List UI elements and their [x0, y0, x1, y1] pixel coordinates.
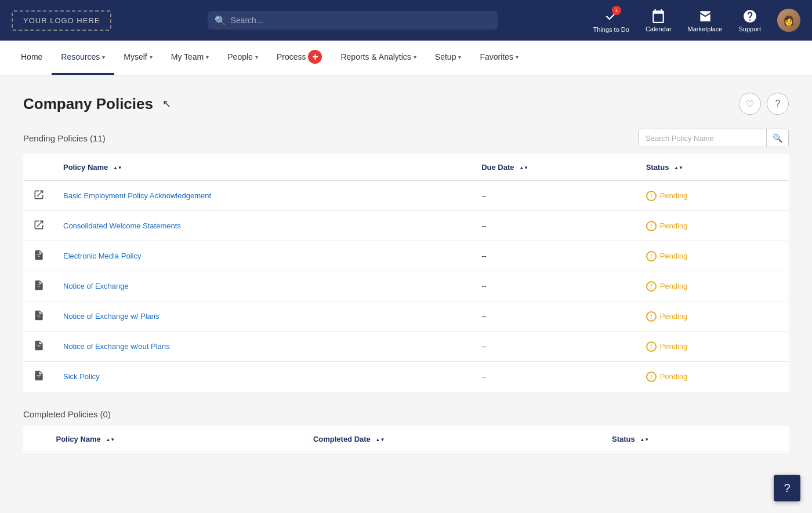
nav-resources[interactable]: Resources ▾: [52, 41, 114, 75]
pending-status-icon: !: [646, 311, 657, 322]
pending-status-icon: !: [646, 372, 657, 382]
due-date-header[interactable]: Due Date ▲▼: [472, 155, 636, 181]
row-icon-cell: [24, 301, 55, 332]
icon-col-header: [24, 155, 55, 181]
row-status: ! Pending: [637, 241, 789, 271]
people-arrow: ▾: [255, 54, 258, 60]
table-row: Electronic Media Policy -- ! Pending: [24, 241, 789, 271]
status-label: Pending: [660, 282, 688, 290]
pending-policies-table: Policy Name ▲▼ Due Date ▲▼ Status ▲▼ Bas…: [23, 154, 789, 392]
search-policy-wrap: 🔍: [638, 129, 789, 147]
policy-name-sort-icon: ▲▼: [113, 165, 122, 170]
row-policy-name: Notice of Exchange: [54, 271, 472, 301]
policy-name-header[interactable]: Policy Name ▲▼: [54, 155, 472, 181]
page-header: Company Policies ↖ ♡ ?: [23, 93, 789, 115]
policy-name-link[interactable]: Sick Policy: [63, 372, 100, 381]
avatar[interactable]: 👩: [777, 9, 800, 32]
row-due-date: --: [472, 241, 636, 271]
myself-arrow: ▾: [150, 54, 153, 60]
pdf-icon: [33, 284, 45, 293]
policy-name-link[interactable]: Electronic Media Policy: [63, 252, 141, 260]
completed-policy-name-header[interactable]: Policy Name ▲▼: [47, 427, 304, 453]
favorite-button[interactable]: ♡: [739, 93, 761, 115]
status-label: Pending: [660, 252, 688, 260]
row-policy-name: Basic Employment Policy Acknowledgement: [54, 180, 472, 211]
page-title: Company Policies: [23, 95, 153, 113]
nav-favorites[interactable]: Favorites ▾: [470, 41, 528, 75]
table-row: Notice of Exchange w/ Plans -- ! Pending: [24, 301, 789, 332]
completed-date-sort-icon: ▲▼: [375, 437, 385, 442]
row-icon-cell: [24, 362, 55, 392]
marketplace-button[interactable]: Marketplace: [688, 9, 723, 32]
row-policy-name: Sick Policy: [54, 362, 472, 392]
my-team-arrow: ▾: [206, 54, 209, 60]
completed-status-sort-icon: ▲▼: [640, 437, 649, 442]
search-policy-input[interactable]: [639, 130, 766, 147]
nav-people[interactable]: People ▾: [218, 41, 267, 75]
table-row: Basic Employment Policy Acknowledgement …: [24, 180, 789, 211]
things-to-do-badge: 1: [612, 6, 621, 15]
row-due-date: --: [472, 362, 636, 392]
calendar-button[interactable]: Calendar: [646, 9, 672, 32]
table-row: Notice of Exchange w/out Plans -- ! Pend…: [24, 332, 789, 362]
status-label: Pending: [660, 221, 688, 230]
nav-setup[interactable]: Setup ▾: [426, 41, 471, 75]
help-button[interactable]: ?: [767, 93, 789, 115]
nav-home[interactable]: Home: [12, 41, 52, 75]
policy-name-link[interactable]: Notice of Exchange w/out Plans: [63, 342, 170, 351]
policy-name-link[interactable]: Basic Employment Policy Acknowledgement: [63, 191, 211, 200]
pending-status-icon: !: [646, 191, 657, 201]
main-nav-items: Home Resources ▾ Myself ▾ My Team ▾ Peop…: [12, 41, 528, 75]
pdf-icon: [33, 254, 45, 263]
policy-name-link[interactable]: Consolidated Welcome Statements: [63, 221, 181, 230]
pdf-icon: [33, 374, 45, 383]
support-button[interactable]: Support: [738, 9, 761, 32]
nav-myself[interactable]: Myself ▾: [114, 41, 161, 75]
row-status: ! Pending: [637, 332, 789, 362]
search-policy-button[interactable]: 🔍: [766, 129, 788, 147]
pending-section: Pending Policies (11) 🔍 Policy Name ▲▼ D…: [23, 129, 789, 392]
header-actions: ♡ ?: [739, 93, 789, 115]
support-icon: [742, 9, 757, 24]
status-header[interactable]: Status ▲▼: [637, 155, 789, 181]
policy-name-link[interactable]: Notice of Exchange: [63, 282, 129, 290]
avatar-image: 👩: [777, 9, 800, 32]
things-to-do-label: Things to Do: [593, 26, 629, 33]
completed-section-header: Completed Policies (0): [23, 409, 789, 419]
completed-table-head: Policy Name ▲▼ Completed Date ▲▼ Status …: [24, 427, 789, 453]
completed-icon-col-header: [24, 427, 47, 453]
completed-status-header[interactable]: Status ▲▼: [603, 427, 789, 453]
things-to-do-button[interactable]: 1 Things to Do: [593, 8, 629, 33]
completed-policies-table: Policy Name ▲▼ Completed Date ▲▼ Status …: [23, 426, 789, 453]
pending-status-icon: !: [646, 251, 657, 261]
row-policy-name: Notice of Exchange w/ Plans: [54, 301, 472, 332]
policy-name-link[interactable]: Notice of Exchange w/ Plans: [63, 312, 159, 321]
search-icon: 🔍: [215, 15, 226, 26]
row-status: ! Pending: [637, 301, 789, 332]
calendar-icon: [651, 9, 666, 24]
row-status: ! Pending: [637, 180, 789, 211]
row-due-date: --: [472, 271, 636, 301]
row-icon-cell: [24, 180, 55, 211]
nav-reports[interactable]: Reports & Analytics ▾: [331, 41, 425, 75]
favorites-arrow: ▾: [516, 54, 519, 60]
status-label: Pending: [660, 342, 688, 351]
main-nav: Home Resources ▾ Myself ▾ My Team ▾ Peop…: [0, 41, 812, 75]
row-due-date: --: [472, 332, 636, 362]
completed-date-header[interactable]: Completed Date ▲▼: [304, 427, 603, 453]
status-label: Pending: [660, 191, 688, 200]
nav-process[interactable]: Process +: [267, 41, 332, 75]
row-due-date: --: [472, 180, 636, 211]
pending-status-icon: !: [646, 281, 657, 292]
due-date-sort-icon: ▲▼: [519, 165, 528, 170]
row-due-date: --: [472, 211, 636, 241]
resources-arrow: ▾: [102, 54, 105, 60]
table-row: Consolidated Welcome Statements -- ! Pen…: [24, 211, 789, 241]
row-status: ! Pending: [637, 362, 789, 392]
global-search-input[interactable]: [208, 11, 498, 30]
logo[interactable]: YOUR LOGO HERE: [12, 10, 111, 31]
nav-my-team[interactable]: My Team ▾: [162, 41, 219, 75]
reports-arrow: ▾: [414, 54, 416, 60]
table-head: Policy Name ▲▼ Due Date ▲▼ Status ▲▼: [24, 155, 789, 181]
row-policy-name: Electronic Media Policy: [54, 241, 472, 271]
